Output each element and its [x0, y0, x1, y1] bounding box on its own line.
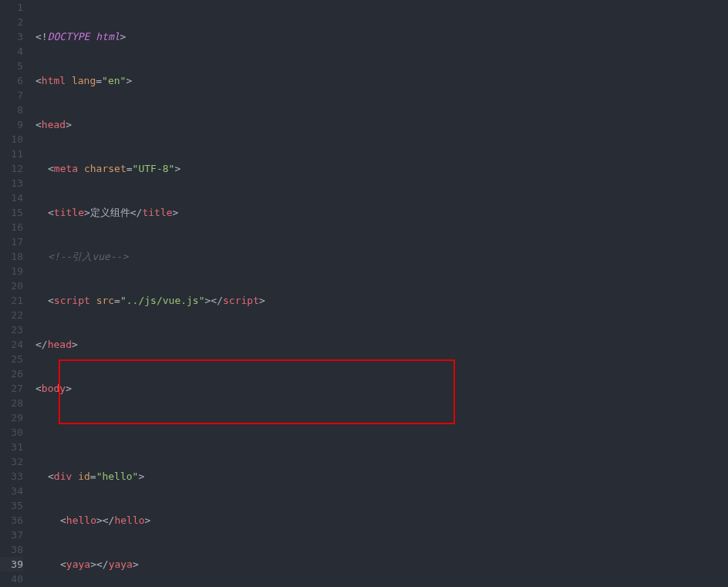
code-line[interactable]: <!--引入vue-->: [32, 249, 728, 264]
line-number: 6: [0, 73, 23, 88]
code-line[interactable]: <hello></hello>: [32, 513, 728, 528]
line-number: 27: [0, 381, 23, 396]
line-number: 23: [0, 322, 23, 337]
line-number: 10: [0, 132, 23, 147]
line-number: 9: [0, 117, 23, 132]
line-number: 2: [0, 15, 23, 29]
code-editor[interactable]: <!DOCTYPE html> <html lang="en"> <head> …: [32, 0, 728, 587]
line-number: 34: [0, 484, 23, 498]
code-line[interactable]: <script src="../js/vue.js"></script>: [32, 293, 728, 308]
line-number: 8: [0, 103, 23, 117]
line-number: 11: [0, 147, 23, 161]
line-number: 28: [0, 396, 23, 410]
line-number: 19: [0, 264, 23, 278]
line-number: 39: [0, 557, 23, 572]
line-number: 21: [0, 293, 23, 308]
code-line[interactable]: <div id="hello">: [32, 469, 728, 484]
line-number: 31: [0, 440, 23, 454]
code-line[interactable]: <title>定义组件</title>: [32, 205, 728, 220]
code-line[interactable]: <body>: [32, 381, 728, 396]
code-line[interactable]: <!DOCTYPE html>: [32, 29, 728, 44]
line-number: 22: [0, 308, 23, 322]
code-line[interactable]: <meta charset="UTF-8">: [32, 161, 728, 176]
line-number: 3: [0, 29, 23, 44]
line-number: 13: [0, 176, 23, 191]
line-number: 38: [0, 542, 23, 557]
line-number: 29: [0, 410, 23, 425]
line-number: 4: [0, 44, 23, 59]
line-number: 30: [0, 425, 23, 440]
line-number: 40: [0, 572, 23, 586]
line-number: 20: [0, 278, 23, 293]
line-number: 16: [0, 220, 23, 234]
line-number: 5: [0, 59, 23, 73]
line-number: 18: [0, 249, 23, 264]
line-number: 12: [0, 161, 23, 176]
line-number: 24: [0, 337, 23, 352]
line-number: 35: [0, 498, 23, 513]
code-line[interactable]: </head>: [32, 337, 728, 352]
code-line[interactable]: <yaya></yaya>: [32, 557, 728, 572]
line-number: 33: [0, 469, 23, 484]
line-number: 32: [0, 454, 23, 469]
line-number: 37: [0, 528, 23, 542]
line-number: 36: [0, 513, 23, 528]
line-number: 1: [0, 0, 23, 15]
code-line[interactable]: <head>: [32, 117, 728, 132]
code-line[interactable]: <html lang="en">: [32, 73, 728, 88]
line-number: 26: [0, 366, 23, 381]
line-number: 14: [0, 191, 23, 205]
line-number: 25: [0, 352, 23, 366]
line-number: 7: [0, 88, 23, 103]
line-number: 15: [0, 205, 23, 220]
code-line[interactable]: [32, 425, 728, 440]
line-number-gutter: 1 2 3 4 5 6 7 8 9 10 11 12 13 14 15 16 1…: [0, 0, 32, 587]
line-number: 17: [0, 234, 23, 249]
